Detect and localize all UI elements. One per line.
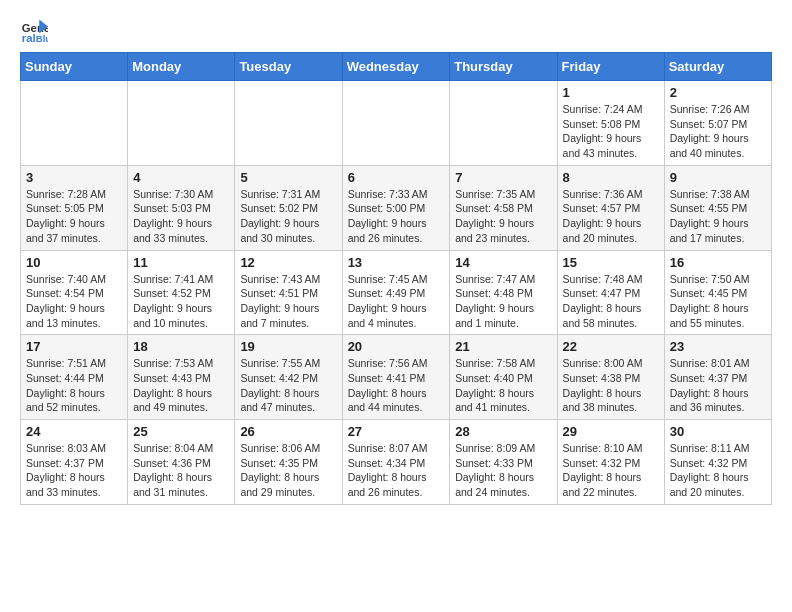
- day-number: 6: [348, 170, 445, 185]
- calendar-day-cell: 5Sunrise: 7:31 AM Sunset: 5:02 PM Daylig…: [235, 165, 342, 250]
- day-info: Sunrise: 8:06 AM Sunset: 4:35 PM Dayligh…: [240, 441, 336, 500]
- day-number: 19: [240, 339, 336, 354]
- day-info: Sunrise: 7:24 AM Sunset: 5:08 PM Dayligh…: [563, 102, 659, 161]
- day-info: Sunrise: 8:09 AM Sunset: 4:33 PM Dayligh…: [455, 441, 551, 500]
- logo-icon: Gene ral Blue: [20, 16, 48, 44]
- day-info: Sunrise: 8:10 AM Sunset: 4:32 PM Dayligh…: [563, 441, 659, 500]
- day-info: Sunrise: 7:53 AM Sunset: 4:43 PM Dayligh…: [133, 356, 229, 415]
- calendar-day-cell: 17Sunrise: 7:51 AM Sunset: 4:44 PM Dayli…: [21, 335, 128, 420]
- day-info: Sunrise: 7:26 AM Sunset: 5:07 PM Dayligh…: [670, 102, 766, 161]
- day-number: 11: [133, 255, 229, 270]
- calendar-week-row: 1Sunrise: 7:24 AM Sunset: 5:08 PM Daylig…: [21, 81, 772, 166]
- day-number: 28: [455, 424, 551, 439]
- calendar-table: SundayMondayTuesdayWednesdayThursdayFrid…: [20, 52, 772, 505]
- calendar-day-header: Sunday: [21, 53, 128, 81]
- calendar-day-cell: 4Sunrise: 7:30 AM Sunset: 5:03 PM Daylig…: [128, 165, 235, 250]
- calendar-day-cell: 18Sunrise: 7:53 AM Sunset: 4:43 PM Dayli…: [128, 335, 235, 420]
- calendar-day-cell: 2Sunrise: 7:26 AM Sunset: 5:07 PM Daylig…: [664, 81, 771, 166]
- day-info: Sunrise: 8:03 AM Sunset: 4:37 PM Dayligh…: [26, 441, 122, 500]
- calendar-day-cell: 30Sunrise: 8:11 AM Sunset: 4:32 PM Dayli…: [664, 420, 771, 505]
- calendar-day-cell: 24Sunrise: 8:03 AM Sunset: 4:37 PM Dayli…: [21, 420, 128, 505]
- day-number: 10: [26, 255, 122, 270]
- day-number: 2: [670, 85, 766, 100]
- calendar-day-header: Tuesday: [235, 53, 342, 81]
- day-info: Sunrise: 8:00 AM Sunset: 4:38 PM Dayligh…: [563, 356, 659, 415]
- calendar-day-cell: 23Sunrise: 8:01 AM Sunset: 4:37 PM Dayli…: [664, 335, 771, 420]
- day-number: 25: [133, 424, 229, 439]
- calendar-day-cell: 3Sunrise: 7:28 AM Sunset: 5:05 PM Daylig…: [21, 165, 128, 250]
- calendar-day-cell: 12Sunrise: 7:43 AM Sunset: 4:51 PM Dayli…: [235, 250, 342, 335]
- calendar-day-cell: 14Sunrise: 7:47 AM Sunset: 4:48 PM Dayli…: [450, 250, 557, 335]
- calendar-day-cell: 19Sunrise: 7:55 AM Sunset: 4:42 PM Dayli…: [235, 335, 342, 420]
- calendar-day-cell: 21Sunrise: 7:58 AM Sunset: 4:40 PM Dayli…: [450, 335, 557, 420]
- day-info: Sunrise: 8:07 AM Sunset: 4:34 PM Dayligh…: [348, 441, 445, 500]
- calendar-day-cell: 11Sunrise: 7:41 AM Sunset: 4:52 PM Dayli…: [128, 250, 235, 335]
- day-info: Sunrise: 7:45 AM Sunset: 4:49 PM Dayligh…: [348, 272, 445, 331]
- day-info: Sunrise: 7:43 AM Sunset: 4:51 PM Dayligh…: [240, 272, 336, 331]
- calendar-day-cell: 9Sunrise: 7:38 AM Sunset: 4:55 PM Daylig…: [664, 165, 771, 250]
- day-info: Sunrise: 8:11 AM Sunset: 4:32 PM Dayligh…: [670, 441, 766, 500]
- calendar-day-cell: 16Sunrise: 7:50 AM Sunset: 4:45 PM Dayli…: [664, 250, 771, 335]
- calendar-day-header: Friday: [557, 53, 664, 81]
- calendar-day-cell: 15Sunrise: 7:48 AM Sunset: 4:47 PM Dayli…: [557, 250, 664, 335]
- day-info: Sunrise: 7:36 AM Sunset: 4:57 PM Dayligh…: [563, 187, 659, 246]
- day-number: 22: [563, 339, 659, 354]
- calendar-day-cell: [21, 81, 128, 166]
- day-number: 12: [240, 255, 336, 270]
- calendar-day-cell: 22Sunrise: 8:00 AM Sunset: 4:38 PM Dayli…: [557, 335, 664, 420]
- calendar-week-row: 17Sunrise: 7:51 AM Sunset: 4:44 PM Dayli…: [21, 335, 772, 420]
- day-number: 3: [26, 170, 122, 185]
- day-number: 9: [670, 170, 766, 185]
- day-number: 1: [563, 85, 659, 100]
- calendar-week-row: 3Sunrise: 7:28 AM Sunset: 5:05 PM Daylig…: [21, 165, 772, 250]
- calendar-day-cell: 25Sunrise: 8:04 AM Sunset: 4:36 PM Dayli…: [128, 420, 235, 505]
- svg-text:Blue: Blue: [36, 33, 48, 44]
- calendar-day-cell: [235, 81, 342, 166]
- calendar-day-header: Thursday: [450, 53, 557, 81]
- day-number: 20: [348, 339, 445, 354]
- calendar-week-row: 10Sunrise: 7:40 AM Sunset: 4:54 PM Dayli…: [21, 250, 772, 335]
- day-number: 8: [563, 170, 659, 185]
- calendar-day-cell: [342, 81, 450, 166]
- calendar-day-cell: 27Sunrise: 8:07 AM Sunset: 4:34 PM Dayli…: [342, 420, 450, 505]
- calendar-day-cell: 10Sunrise: 7:40 AM Sunset: 4:54 PM Dayli…: [21, 250, 128, 335]
- day-info: Sunrise: 7:41 AM Sunset: 4:52 PM Dayligh…: [133, 272, 229, 331]
- calendar-header-row: SundayMondayTuesdayWednesdayThursdayFrid…: [21, 53, 772, 81]
- day-number: 13: [348, 255, 445, 270]
- day-info: Sunrise: 7:58 AM Sunset: 4:40 PM Dayligh…: [455, 356, 551, 415]
- calendar-day-cell: 1Sunrise: 7:24 AM Sunset: 5:08 PM Daylig…: [557, 81, 664, 166]
- calendar-day-cell: 29Sunrise: 8:10 AM Sunset: 4:32 PM Dayli…: [557, 420, 664, 505]
- day-info: Sunrise: 7:47 AM Sunset: 4:48 PM Dayligh…: [455, 272, 551, 331]
- day-number: 17: [26, 339, 122, 354]
- day-number: 27: [348, 424, 445, 439]
- calendar-day-cell: 26Sunrise: 8:06 AM Sunset: 4:35 PM Dayli…: [235, 420, 342, 505]
- day-info: Sunrise: 7:50 AM Sunset: 4:45 PM Dayligh…: [670, 272, 766, 331]
- calendar-day-cell: 20Sunrise: 7:56 AM Sunset: 4:41 PM Dayli…: [342, 335, 450, 420]
- calendar-day-cell: 28Sunrise: 8:09 AM Sunset: 4:33 PM Dayli…: [450, 420, 557, 505]
- day-number: 26: [240, 424, 336, 439]
- calendar-day-cell: 7Sunrise: 7:35 AM Sunset: 4:58 PM Daylig…: [450, 165, 557, 250]
- day-info: Sunrise: 7:30 AM Sunset: 5:03 PM Dayligh…: [133, 187, 229, 246]
- calendar-day-cell: 6Sunrise: 7:33 AM Sunset: 5:00 PM Daylig…: [342, 165, 450, 250]
- day-info: Sunrise: 8:01 AM Sunset: 4:37 PM Dayligh…: [670, 356, 766, 415]
- day-info: Sunrise: 7:33 AM Sunset: 5:00 PM Dayligh…: [348, 187, 445, 246]
- day-info: Sunrise: 7:28 AM Sunset: 5:05 PM Dayligh…: [26, 187, 122, 246]
- day-info: Sunrise: 7:31 AM Sunset: 5:02 PM Dayligh…: [240, 187, 336, 246]
- day-number: 16: [670, 255, 766, 270]
- calendar-day-header: Monday: [128, 53, 235, 81]
- day-number: 15: [563, 255, 659, 270]
- day-number: 4: [133, 170, 229, 185]
- calendar-day-cell: 13Sunrise: 7:45 AM Sunset: 4:49 PM Dayli…: [342, 250, 450, 335]
- day-info: Sunrise: 7:38 AM Sunset: 4:55 PM Dayligh…: [670, 187, 766, 246]
- day-info: Sunrise: 7:48 AM Sunset: 4:47 PM Dayligh…: [563, 272, 659, 331]
- day-info: Sunrise: 7:35 AM Sunset: 4:58 PM Dayligh…: [455, 187, 551, 246]
- calendar-day-cell: 8Sunrise: 7:36 AM Sunset: 4:57 PM Daylig…: [557, 165, 664, 250]
- day-info: Sunrise: 7:55 AM Sunset: 4:42 PM Dayligh…: [240, 356, 336, 415]
- calendar-week-row: 24Sunrise: 8:03 AM Sunset: 4:37 PM Dayli…: [21, 420, 772, 505]
- day-number: 18: [133, 339, 229, 354]
- day-number: 14: [455, 255, 551, 270]
- day-info: Sunrise: 7:40 AM Sunset: 4:54 PM Dayligh…: [26, 272, 122, 331]
- day-number: 21: [455, 339, 551, 354]
- day-number: 7: [455, 170, 551, 185]
- calendar-day-header: Saturday: [664, 53, 771, 81]
